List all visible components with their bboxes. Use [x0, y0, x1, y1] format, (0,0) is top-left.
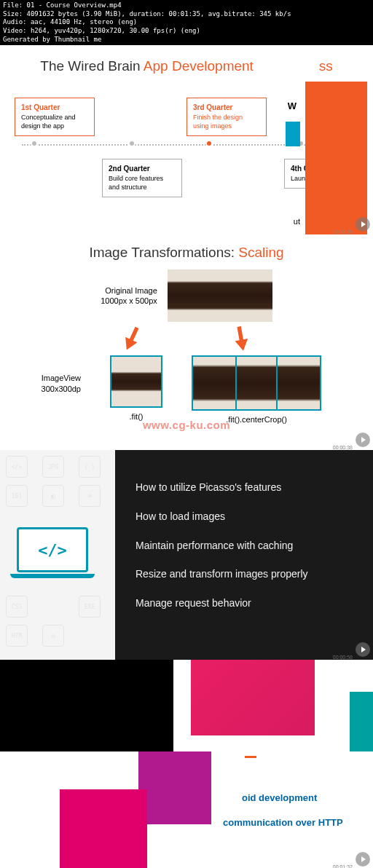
meta-video: Video: h264, yuv420p, 1280x720, 30.00 fp… [3, 27, 370, 36]
laptop-base [10, 574, 95, 578]
crop-panel-3 [278, 357, 320, 409]
result-fit: .fit() [110, 355, 162, 421]
imageview-label: ImageView 300x300dp [23, 373, 81, 394]
slide1-title-c: ss [319, 58, 333, 74]
meta-size: Size: 4091632 bytes (3.90 MiB), duration… [3, 10, 370, 19]
slide2-body: Original Image 1000px x 500px ImageView … [0, 269, 373, 424]
original-label: Original Image 1000px x 500px [101, 285, 157, 307]
slide2-title: Image Transformations: Scaling [0, 234, 373, 269]
shape-teal [350, 692, 373, 751]
play-icon[interactable] [356, 852, 370, 867]
slide1-title-b: App Development [144, 58, 254, 74]
shape-magenta [60, 789, 147, 868]
cut-text-http: communication over HTTP [223, 817, 343, 828]
video-metadata: File: 01 - Course Overview.mp4 Size: 409… [0, 0, 373, 45]
meta-file: File: 01 - Course Overview.mp4 [3, 1, 370, 10]
arrow-down-icon [232, 326, 250, 352]
shape-black [0, 660, 173, 751]
timeline-dot-q2 [128, 140, 136, 147]
fit-caption: .fit() [130, 412, 144, 421]
iv-label-a: ImageView [23, 373, 81, 383]
centercrop-caption: .fit().centerCrop() [226, 415, 287, 424]
result-centercrop: .fit().centerCrop() [192, 355, 321, 424]
result-row: ImageView 300x300dp .fit() .fit().center… [23, 355, 321, 424]
cut-text-ut: ut [294, 217, 300, 226]
meta-audio: Audio: aac, 44100 Hz, stereo (eng) [3, 18, 370, 27]
timecode-1: 00:00:29 [333, 229, 353, 234]
slide-app-dev-process: The Wired Brain App Development ss 1st Q… [0, 45, 373, 234]
dash-mark [245, 756, 256, 758]
slide1-title: The Wired Brain App Development ss [0, 45, 373, 80]
pattern-icon: 101 [6, 485, 28, 507]
pattern-icon: HTM [6, 625, 28, 647]
orig-label-a: Original Image [101, 285, 157, 296]
cut-text-w: W [288, 100, 297, 111]
q1-title: 1st Quarter [21, 103, 88, 112]
pattern-icon: EXE [79, 596, 101, 618]
centercrop-image [192, 355, 321, 411]
quarter-card-1: 1st Quarter Conceptualize and design the… [15, 98, 95, 135]
topic-item: How to utilize Picasso's features [136, 481, 358, 495]
timeline-dot-q3-active [205, 140, 213, 147]
quarter-card-3: 3rd Quarter Finish the design using imag… [186, 98, 267, 135]
pattern-icon: JPG [42, 456, 64, 478]
crop-panel-2 [235, 357, 278, 409]
pattern-icon: </> [6, 456, 28, 478]
timecode-4: 00:01:32 [333, 864, 353, 868]
topic-list: How to utilize Picasso's features How to… [136, 481, 358, 610]
slide1-title-a: The Wired Brain [40, 58, 144, 74]
pattern-icon: ◧ [42, 485, 64, 507]
arrow-down-icon [121, 325, 144, 352]
timeline-dot-q1 [31, 140, 38, 147]
quarter-card-2: 2nd Quarter Build core features and stru… [102, 159, 182, 197]
play-icon[interactable] [356, 433, 370, 447]
cut-text-oid-dev: oid development [242, 792, 317, 803]
q2-title: 2nd Quarter [109, 164, 176, 173]
topic-item: How to load images [136, 510, 358, 524]
shape-pink [191, 660, 315, 735]
pattern-icon: ⌘ [79, 485, 101, 507]
arrows [77, 326, 296, 351]
q3-title: 3rd Quarter [193, 103, 260, 112]
fit-image [110, 355, 162, 408]
teal-strip [286, 122, 300, 146]
slide-abstract-closing: oid development communication over HTTP … [0, 660, 373, 868]
orig-label-b: 1000px x 500px [101, 296, 157, 306]
pattern-icon: CSS [6, 596, 28, 618]
shape-purple [138, 751, 211, 824]
timecode-3: 00:00:58 [333, 655, 353, 660]
topic-item: Manage request behavior [136, 596, 358, 611]
play-icon[interactable] [356, 217, 370, 232]
pattern-icon: { } [79, 456, 101, 478]
meta-generated: Generated by Thumbnail me [3, 36, 370, 44]
slide3-right-col: How to utilize Picasso's features How to… [115, 450, 373, 660]
iv-label-b: 300x300dp [23, 384, 81, 394]
slide2-title-a: Image Transformations: [89, 245, 238, 260]
timecode-2: 00:00:38 [333, 445, 353, 450]
original-row: Original Image 1000px x 500px [101, 269, 272, 322]
topic-item: Resize and transform images properly [136, 567, 358, 582]
slide-image-transformations: Image Transformations: Scaling Original … [0, 234, 373, 450]
slide-course-topics: </> JPG { } 101 ◧ ⌘ CSS EXE HTM ⚙ </> Ho… [0, 450, 373, 660]
topic-item: Maintain performance with caching [136, 539, 358, 553]
slide2-title-b: Scaling [238, 245, 283, 260]
orange-overlay-block [305, 82, 367, 234]
pattern-icon: ⚙ [42, 625, 64, 647]
original-image [168, 269, 272, 322]
laptop-screen: </> [17, 527, 88, 572]
q3-body: Finish the design using images [193, 114, 260, 130]
q1-body: Conceptualize and design the app [21, 114, 88, 130]
crop-panel-1 [193, 357, 235, 409]
slide3-left-col: </> JPG { } 101 ◧ ⌘ CSS EXE HTM ⚙ </> [0, 450, 115, 660]
laptop-icon: </> [10, 527, 95, 584]
q2-body: Build core features and structure [109, 175, 176, 192]
